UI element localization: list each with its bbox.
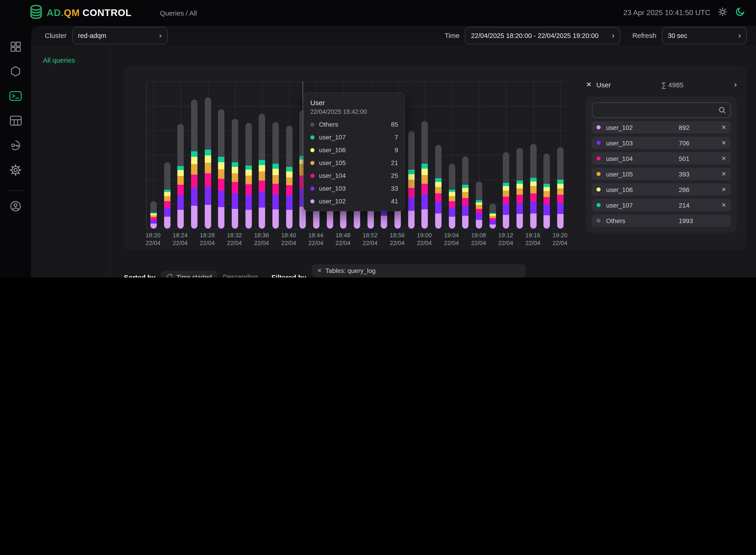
user-search-input[interactable] [592,103,730,118]
user-filter-box: user_102892✕user_103706✕user_104501✕user… [586,96,737,233]
user-filter-item[interactable]: user_103706✕ [592,137,731,149]
remove-filter-icon[interactable]: ✕ [718,186,726,193]
bar-segment-user_106 [150,213,157,215]
logo-text: AD.QMCONTROL [47,7,132,18]
remove-filter-icon[interactable]: ✕ [317,267,322,274]
bar-segment-user_104 [245,184,252,195]
series-color-dot [596,218,601,223]
sidebar-item-settings[interactable] [6,162,25,180]
tooltip-row: user_10241 [310,198,398,205]
bar-segment-user_104 [421,183,428,194]
bar-segment-user_103 [259,191,265,208]
queries-subnav: All queries [31,45,110,278]
bar-segment-user_106 [191,157,197,164]
subnav-item-all-queries[interactable]: All queries [43,56,110,64]
chart-bar[interactable] [150,201,157,228]
bar-segment-user_103 [557,203,564,214]
user-filter-item[interactable]: user_107214✕ [592,199,731,211]
sidebar-item-queries[interactable] [6,88,25,106]
remove-filter-icon[interactable]: ✕ [718,202,726,209]
chart-bar[interactable] [449,164,455,228]
remove-filter-icon[interactable]: ✕ [718,124,726,131]
bar-segment-user_106 [177,170,184,176]
bar-segment-user_104 [503,196,509,204]
chart-crosshair [303,81,303,228]
chart-bar[interactable] [476,181,482,228]
close-icon[interactable]: ✕ [586,80,592,89]
chart-bar[interactable] [462,156,469,228]
user-filter-item[interactable]: Others1993 [592,214,731,227]
table-icon [9,115,22,128]
bar-segment-Others [164,162,170,189]
chart-bar[interactable] [557,147,564,228]
chart-bar[interactable] [286,126,292,228]
dark-theme-moon-icon[interactable] [735,7,745,19]
app-root: AD.QMCONTROL Queries / All 23 Apr 2025 1… [0,0,756,278]
bar-segment-Others [218,109,224,157]
remove-filter-icon[interactable]: ✕ [718,155,726,162]
utc-clock: 23 Apr 2025 10:41:50 UTC [623,9,710,17]
database-logo-icon [29,5,43,21]
filter-pill[interactable]: ✕User: user_102, user_103, user_104, use… [312,277,526,278]
sidebar-item-tables[interactable] [6,113,25,131]
breadcrumb[interactable]: Queries / All [160,9,197,17]
chart-bar[interactable] [245,123,252,228]
chart-bar[interactable] [517,148,523,228]
bar-segment-user_105 [191,164,197,174]
chevron-right-icon[interactable]: › [734,80,737,89]
app-logo[interactable]: AD.QMCONTROL [29,5,132,21]
bar-segment-user_107 [462,185,469,188]
bar-segment-user_102 [177,210,184,228]
chart-bar[interactable] [191,100,197,228]
x-axis-tick: 18:2822/04 [200,232,215,247]
sidebar-item-access-keys[interactable] [6,137,25,156]
series-color-dot [310,161,314,165]
cluster-select[interactable]: red-adqm › [72,27,168,44]
bar-segment-user_107 [245,166,252,170]
chart-bar[interactable] [259,114,265,228]
chart-bar[interactable] [544,154,550,228]
user-filter-item[interactable]: user_106286✕ [592,183,731,196]
chart-bar[interactable] [164,162,170,228]
sidebar-item-dashboard[interactable] [6,38,25,57]
light-theme-sun-icon[interactable] [718,7,728,19]
chart-bar[interactable] [218,109,224,228]
user-filter-item[interactable]: user_102892✕ [592,121,731,133]
x-axis-tick: 19:2022/04 [552,232,568,247]
user-filter-item[interactable]: user_104501✕ [592,152,731,165]
chart-bar[interactable] [177,124,184,228]
filter-pill[interactable]: ✕Tables: query_log [312,264,526,277]
chevron-right-icon: › [612,31,615,40]
bar-segment-user_103 [530,202,537,214]
bar-segment-user_103 [544,205,550,215]
x-axis-tick: 19:0422/04 [444,232,459,247]
bar-segment-Others [150,201,157,213]
bar-segment-user_105 [462,192,469,198]
bar-segment-user_105 [150,215,157,217]
chart-bar[interactable] [232,119,238,228]
chart-bar[interactable] [421,121,428,228]
bar-segment-user_103 [286,196,292,210]
bar-segment-user_103 [408,198,414,211]
chart-bar[interactable] [408,131,414,228]
refresh-value: 30 sec [668,32,687,39]
chart-bar[interactable] [530,144,537,228]
sort-field-pill[interactable]: Time started [161,271,217,278]
chart-bar[interactable] [205,97,211,228]
refresh-interval-select[interactable]: 30 sec › [662,27,747,44]
series-color-dot [310,148,314,152]
chart-bar[interactable] [272,122,279,228]
chart-bar[interactable] [490,204,496,228]
bar-segment-user_104 [272,183,279,194]
remove-filter-icon[interactable]: ✕ [718,171,726,177]
sidebar-item-profile[interactable] [6,198,25,216]
bar-segment-user_107 [205,149,211,155]
sidebar-item-nodes[interactable] [6,63,25,81]
sort-direction[interactable]: Descending [223,273,258,278]
time-range-select[interactable]: 22/04/2025 18:20:00 - 22/04/2025 19:20:0… [465,27,620,44]
chart-bar[interactable] [503,152,509,228]
chart-bar[interactable] [435,145,442,228]
remove-filter-icon[interactable]: ✕ [718,139,726,146]
bar-segment-user_106 [449,192,455,196]
user-filter-item[interactable]: user_105393✕ [592,168,731,180]
